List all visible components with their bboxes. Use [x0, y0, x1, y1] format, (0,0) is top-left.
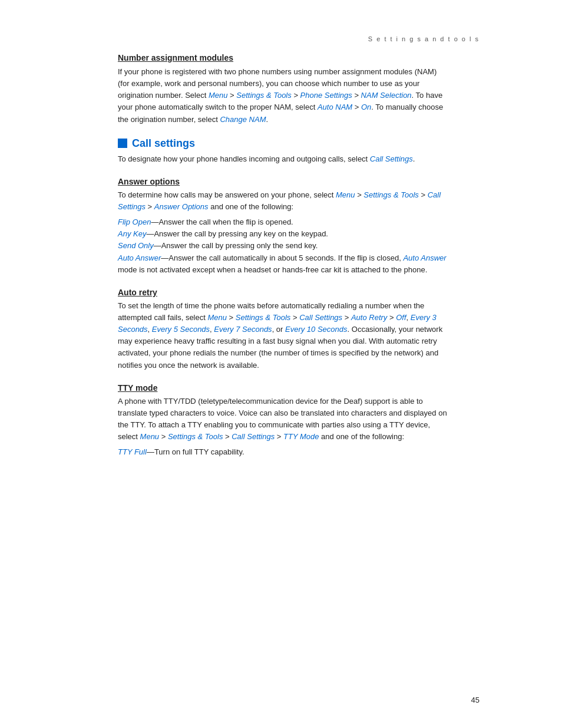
section-number-assignment: Number assignment modules If your phone …	[118, 53, 448, 126]
section-title-tty-mode: TTY mode	[118, 383, 448, 393]
section-title-number-assignment: Number assignment modules	[118, 53, 448, 62]
tty-mode-body: A phone with TTY/TDD (teletype/telecommu…	[118, 396, 448, 443]
link-menu-2[interactable]: Menu	[336, 190, 355, 199]
section-tty-mode: TTY mode A phone with TTY/TDD (teletype/…	[118, 383, 448, 459]
content: Number assignment modules If your phone …	[118, 53, 448, 458]
link-answer-options[interactable]: Answer Options	[154, 202, 209, 211]
auto-retry-body: To set the length of time the phone wait…	[118, 300, 448, 371]
section-title-answer-options: Answer options	[118, 177, 448, 186]
page-number: 45	[471, 696, 480, 704]
link-call-settings[interactable]: Call Settings	[370, 154, 413, 163]
link-every-7[interactable]: Every 7 Seconds	[214, 325, 272, 334]
answer-option-auto-answer: Auto Answer—Answer the call automaticall…	[118, 252, 448, 276]
answer-option-any-key: Any Key—Answer the call by pressing any …	[118, 228, 448, 240]
link-auto-answer[interactable]: Auto Answer	[118, 253, 161, 262]
link-tty-full[interactable]: TTY Full	[118, 447, 147, 456]
section-auto-retry: Auto retry To set the length of time the…	[118, 288, 448, 371]
page: S e t t i n g s a n d t o o l s Number a…	[0, 0, 562, 728]
link-call-settings-4[interactable]: Call Settings	[232, 432, 275, 441]
blue-square-icon	[118, 139, 127, 148]
link-auto-nam[interactable]: Auto NAM	[318, 103, 352, 111]
link-auto-answer-2[interactable]: Auto Answer	[403, 253, 446, 262]
answer-options-body: To determine how calls may be answered o…	[118, 189, 448, 213]
link-send-only[interactable]: Send Only	[118, 241, 154, 250]
link-every-5[interactable]: Every 5 Seconds	[152, 325, 210, 334]
section-call-settings: Call settings To designate how your phon…	[118, 137, 448, 165]
link-on[interactable]: On	[361, 103, 371, 111]
number-assignment-body: If your phone is registered with two pho…	[118, 66, 448, 126]
link-menu-1[interactable]: Menu	[209, 91, 228, 100]
link-tty-mode[interactable]: TTY Mode	[283, 432, 319, 441]
link-settings-tools-2[interactable]: Settings & Tools	[363, 190, 418, 199]
answer-option-flip-open: Flip Open—Answer the call when the flip …	[118, 216, 448, 228]
link-menu-3[interactable]: Menu	[207, 313, 227, 322]
section-title-auto-retry: Auto retry	[118, 288, 448, 297]
answer-option-send-only: Send Only—Answer the call by pressing on…	[118, 240, 448, 252]
link-settings-tools-3[interactable]: Settings & Tools	[236, 313, 290, 322]
link-change-nam[interactable]: Change NAM	[220, 115, 266, 124]
link-any-key[interactable]: Any Key	[118, 229, 146, 238]
header-label: S e t t i n g s a n d t o o l s	[0, 35, 562, 42]
tty-full-item: TTY Full—Turn on full TTY capability.	[118, 446, 448, 458]
link-menu-4[interactable]: Menu	[140, 432, 160, 441]
link-flip-open[interactable]: Flip Open	[118, 218, 151, 226]
link-nam-selection[interactable]: NAM Selection	[361, 91, 412, 100]
section-answer-options: Answer options To determine how calls ma…	[118, 177, 448, 276]
call-settings-heading: Call settings	[118, 137, 448, 150]
link-off[interactable]: Off	[396, 313, 406, 322]
link-phone-settings[interactable]: Phone Settings	[300, 91, 352, 100]
link-auto-retry[interactable]: Auto Retry	[351, 313, 387, 322]
call-settings-body: To designate how your phone handles inco…	[118, 153, 448, 165]
link-every-10[interactable]: Every 10 Seconds	[285, 325, 348, 334]
link-settings-tools-1[interactable]: Settings & Tools	[236, 91, 291, 100]
link-settings-tools-4[interactable]: Settings & Tools	[168, 432, 223, 441]
link-call-settings-3[interactable]: Call Settings	[299, 313, 342, 322]
